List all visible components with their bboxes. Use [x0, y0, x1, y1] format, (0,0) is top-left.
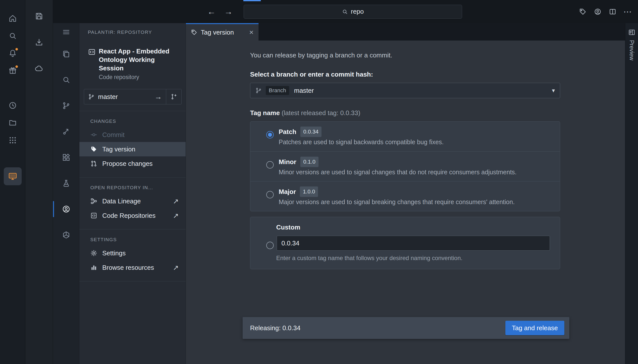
option-patch[interactable]: Patch 0.0.34 Patches are used to signal …: [250, 122, 560, 152]
notification-dot: [15, 65, 19, 68]
sidebar-item-propose-changes[interactable]: Propose changes: [79, 156, 186, 171]
tab-close-icon[interactable]: ×: [249, 28, 253, 36]
top-bar: ← → repo ⋯: [53, 0, 638, 23]
source-control-button[interactable]: [53, 100, 79, 112]
history-button[interactable]: [7, 100, 19, 112]
repo-name: React App - Embedded Ontology Working Se…: [99, 47, 181, 72]
option-label: Major: [279, 188, 296, 196]
sidebar-item-label: Data Lineage: [102, 198, 141, 205]
custom-tag-input[interactable]: [277, 236, 550, 250]
branch-icon: [88, 94, 95, 100]
activity-bar: [53, 23, 79, 364]
sidebar-item-browse-resources[interactable]: Browse resources ↗: [79, 260, 186, 275]
option-major[interactable]: Major 1.0.0 Major versions are used to s…: [250, 181, 560, 211]
apps-button[interactable]: [7, 134, 19, 146]
tag-and-release-button[interactable]: Tag and release: [505, 321, 564, 335]
save-icon: [35, 12, 44, 21]
monitor-icon: [8, 172, 18, 181]
gear-icon: [90, 250, 97, 256]
search-icon: [342, 9, 348, 15]
tag-version-panel: You can release by tagging a branch or a…: [186, 40, 625, 364]
intro-text: You can release by tagging a branch or a…: [250, 52, 625, 59]
menu-icon: [62, 28, 70, 36]
split-editor-button[interactable]: [609, 8, 616, 16]
workspace-tile[interactable]: [4, 167, 22, 185]
tag-icon: [191, 29, 197, 36]
ellipsis-icon: ⋯: [623, 8, 632, 16]
branch-selector-main[interactable]: master →: [84, 89, 166, 104]
tab-label: Tag version: [201, 28, 234, 36]
sidebar-item-settings[interactable]: Settings: [79, 246, 186, 260]
more-actions-button[interactable]: ⋯: [623, 8, 631, 16]
repository-view-button[interactable]: [53, 203, 79, 215]
option-description: Patches are used to signal backwards com…: [279, 138, 444, 146]
tag-toolbar-button[interactable]: [579, 8, 587, 16]
command-search-value: repo: [351, 8, 364, 16]
menu-button[interactable]: [53, 26, 79, 38]
option-description: Minor versions are used to signal change…: [279, 168, 517, 176]
current-branch-label: master: [98, 93, 118, 101]
option-label: Minor: [279, 158, 296, 166]
changes-section-title: CHANGES: [90, 118, 186, 124]
new-branch-icon: [171, 94, 177, 100]
folder-icon: [9, 118, 17, 127]
tag-name-label: Tag name: [250, 109, 280, 116]
sidebar-item-commit[interactable]: Commit: [79, 128, 186, 142]
sidebar-item-code-repositories[interactable]: Code Repositories ↗: [79, 208, 186, 223]
chevron-down-icon: ▾: [552, 87, 555, 94]
settings-section-title: SETTINGS: [90, 237, 186, 242]
save-button[interactable]: [33, 10, 45, 22]
back-button[interactable]: ←: [207, 7, 216, 16]
sidebar-item-tag-version[interactable]: Tag version: [79, 142, 186, 156]
search-icon: [62, 76, 70, 84]
branch-dropdown[interactable]: Branch master ▾: [250, 83, 560, 98]
resources-icon: [90, 264, 97, 271]
beaker-icon: [62, 179, 70, 188]
patch-radio[interactable]: [266, 131, 274, 138]
cloud-button[interactable]: [33, 62, 45, 74]
files-view-button[interactable]: [53, 48, 79, 60]
projects-button[interactable]: [7, 117, 19, 129]
forward-button[interactable]: →: [224, 7, 233, 16]
data-lineage-icon: [90, 198, 97, 205]
preview-toggle-button[interactable]: [628, 28, 635, 36]
home-button[interactable]: [7, 12, 19, 24]
extensions-view-button[interactable]: [53, 152, 79, 163]
divider: [79, 177, 186, 178]
sidebar-item-data-lineage[interactable]: Data Lineage ↗: [79, 194, 186, 208]
command-search[interactable]: repo: [244, 5, 462, 19]
version-badge: 1.0.0: [300, 186, 318, 197]
custom-tag-card: Custom Enter a custom tag name that foll…: [250, 217, 560, 269]
sidebar-item-label: Browse resources: [102, 264, 154, 272]
preview-rail-label[interactable]: Preview: [628, 40, 635, 60]
platform-search-button[interactable]: [7, 30, 19, 42]
experiments-view-button[interactable]: [53, 177, 79, 189]
repo-icon: [88, 48, 96, 56]
search-view-button[interactable]: [53, 74, 79, 86]
pull-request-icon: [90, 160, 97, 167]
latest-tag-hint: (latest released tag: 0.0.33): [282, 109, 361, 116]
external-link-icon: ↗: [173, 264, 179, 272]
tools-rail: [25, 0, 53, 364]
rewards-button[interactable]: [7, 65, 19, 76]
tag-icon: [90, 146, 97, 153]
option-minor[interactable]: Minor 0.1.0 Minor versions are used to s…: [250, 152, 560, 181]
custom-radio[interactable]: [266, 242, 274, 249]
version-options-group: Patch 0.0.34 Patches are used to signal …: [250, 121, 560, 211]
new-branch-button[interactable]: [166, 89, 181, 104]
repository-sidebar: PALANTIR: REPOSITORY React App - Embedde…: [79, 23, 186, 364]
account-button[interactable]: [594, 8, 602, 16]
import-button[interactable]: [33, 36, 45, 48]
tab-tag-version[interactable]: Tag version ×: [186, 23, 258, 40]
major-radio[interactable]: [266, 191, 274, 198]
notifications-button[interactable]: [7, 47, 19, 59]
search-icon: [9, 32, 17, 40]
external-link-icon: ↗: [173, 197, 179, 205]
branch-type-badge: Branch: [266, 86, 289, 95]
branch-selector: master →: [84, 89, 182, 104]
external-link-icon: ↗: [173, 212, 179, 220]
checks-view-button[interactable]: [53, 126, 79, 138]
minor-radio[interactable]: [266, 161, 274, 168]
packages-view-button[interactable]: [53, 229, 79, 241]
sidebar-item-label: Tag version: [102, 146, 135, 153]
